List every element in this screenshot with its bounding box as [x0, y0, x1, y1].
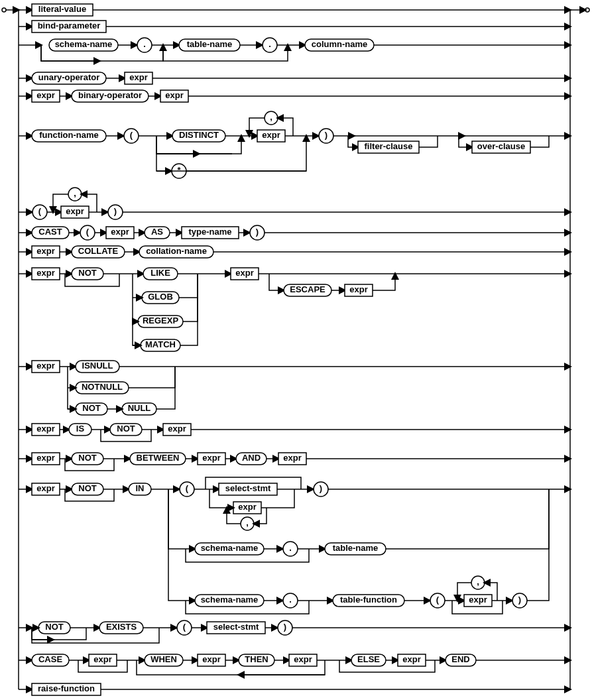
svg-text:(: (: [38, 206, 42, 216]
svg-text:NOT: NOT: [78, 268, 97, 278]
svg-text:expr: expr: [235, 268, 253, 278]
svg-text:): ): [256, 227, 259, 237]
svg-text:expr: expr: [168, 424, 186, 434]
unary-operator: unary-operator: [38, 72, 99, 82]
svg-text:expr: expr: [129, 72, 147, 82]
svg-text:schema-name: schema-name: [201, 543, 259, 553]
svg-text:NOT: NOT: [78, 483, 97, 493]
svg-text:select-stmt: select-stmt: [213, 622, 259, 632]
svg-text:EXISTS: EXISTS: [106, 622, 137, 632]
svg-text:NOTNULL: NOTNULL: [82, 382, 123, 392]
svg-text:(: (: [183, 622, 186, 632]
svg-text:.: .: [289, 543, 292, 553]
svg-text:.: .: [289, 595, 292, 605]
svg-text:DISTINCT: DISTINCT: [179, 130, 219, 140]
svg-text:NOT: NOT: [82, 403, 101, 413]
svg-text:.: .: [143, 39, 146, 49]
svg-text:type-name: type-name: [188, 227, 231, 237]
svg-text:expr: expr: [36, 453, 54, 463]
svg-text:NOT: NOT: [78, 453, 97, 463]
raise-function-ref: raise-function: [38, 683, 95, 693]
svg-text:.: .: [268, 39, 271, 49]
svg-text:ISNULL: ISNULL: [82, 361, 113, 371]
svg-text:END: END: [451, 654, 469, 664]
svg-text:REGEXP: REGEXP: [143, 316, 179, 325]
svg-text:table-function: table-function: [340, 595, 397, 605]
svg-text:expr: expr: [402, 654, 420, 664]
exists-expr: NOT EXISTS ( select-stmt ): [19, 620, 570, 643]
svg-text:expr: expr: [469, 595, 487, 605]
collate-keyword: COLLATE: [78, 246, 119, 256]
svg-text:column-name: column-name: [312, 39, 368, 49]
literal-value-ref: literal-value: [38, 4, 86, 14]
svg-text:expr: expr: [66, 206, 84, 216]
svg-text:GLOB: GLOB: [148, 292, 173, 302]
paren-expr-list: ( expr ) ,: [19, 188, 570, 219]
like-expr: expr NOT LIKE GLOB REGEXP MATCH expr ESC…: [19, 268, 570, 351]
svg-text:,: ,: [477, 577, 479, 587]
svg-text:ELSE: ELSE: [357, 654, 380, 664]
svg-text:): ): [518, 595, 521, 605]
svg-text:filter-clause: filter-clause: [365, 141, 413, 151]
svg-text:): ): [320, 483, 322, 493]
svg-text:(: (: [86, 227, 89, 237]
svg-text:expr: expr: [36, 483, 54, 493]
svg-text:,: ,: [74, 188, 76, 198]
svg-text:(: (: [186, 483, 189, 493]
case-expr: CASE expr WHEN expr THEN expr ELSE expr …: [19, 654, 570, 675]
svg-text:CAST: CAST: [38, 227, 62, 237]
svg-text:table-name: table-name: [187, 39, 233, 49]
svg-text:function-name: function-name: [39, 130, 99, 140]
svg-text:NULL: NULL: [128, 403, 151, 413]
svg-point-5: [585, 8, 589, 12]
svg-text:IS: IS: [76, 424, 85, 434]
null-check: expr ISNULL NOTNULL NOT NULL: [19, 361, 570, 415]
svg-text:expr: expr: [36, 268, 54, 278]
between-expr: expr NOT BETWEEN expr AND expr: [19, 453, 570, 471]
svg-text:ESCAPE: ESCAPE: [290, 284, 326, 294]
svg-text:NOT: NOT: [117, 424, 135, 434]
svg-text:(: (: [130, 130, 133, 140]
svg-text:expr: expr: [93, 654, 111, 664]
svg-text:AND: AND: [242, 453, 261, 463]
svg-text:expr: expr: [36, 361, 54, 371]
svg-text:): ): [325, 130, 327, 140]
svg-text:expr: expr: [111, 227, 129, 237]
svg-text:IN: IN: [136, 483, 145, 493]
in-expr: expr NOT IN ( select-stmt expr , ) schem…: [19, 477, 570, 614]
svg-point-0: [2, 8, 6, 12]
svg-text:expr: expr: [202, 453, 220, 463]
svg-text:): ): [284, 622, 286, 632]
svg-text:expr: expr: [283, 453, 301, 463]
is-expr: expr IS NOT expr: [19, 424, 570, 441]
svg-text:expr: expr: [36, 90, 54, 100]
svg-text:schema-name: schema-name: [201, 595, 259, 605]
svg-text:(: (: [436, 595, 440, 605]
svg-text:schema-name: schema-name: [55, 39, 113, 49]
svg-text:expr: expr: [238, 502, 256, 512]
svg-text:over-clause: over-clause: [477, 141, 525, 151]
svg-text:,: ,: [246, 518, 249, 528]
svg-text:expr: expr: [36, 424, 54, 434]
svg-text:,: ,: [270, 112, 272, 122]
svg-text:select-stmt: select-stmt: [225, 483, 271, 493]
svg-text:NOT: NOT: [45, 622, 64, 632]
svg-text:LIKE: LIKE: [150, 268, 170, 278]
function-call: function-name ( DISTINCT expr ) , * filt…: [19, 111, 570, 178]
syntax-diagram: literal-value bind-parameter schema-name…: [0, 0, 592, 700]
svg-text:WHEN: WHEN: [150, 654, 177, 664]
svg-text:expr: expr: [262, 130, 280, 140]
svg-text:expr: expr: [294, 654, 312, 664]
svg-text:AS: AS: [151, 227, 163, 237]
column-ref-path: schema-name . table-name . column-name: [19, 38, 570, 61]
binary-operator: binary-operator: [78, 90, 142, 100]
svg-text:CASE: CASE: [38, 654, 62, 664]
svg-text:table-name: table-name: [333, 543, 379, 553]
svg-text:BETWEEN: BETWEEN: [137, 453, 180, 463]
bind-parameter-ref: bind-parameter: [38, 21, 101, 30]
svg-text:expr: expr: [165, 90, 183, 100]
cast-expr: CAST ( expr AS type-name ): [19, 225, 570, 240]
svg-text:expr: expr: [349, 284, 367, 294]
svg-text:expr: expr: [36, 246, 54, 256]
svg-text:collation-name: collation-name: [146, 246, 207, 256]
